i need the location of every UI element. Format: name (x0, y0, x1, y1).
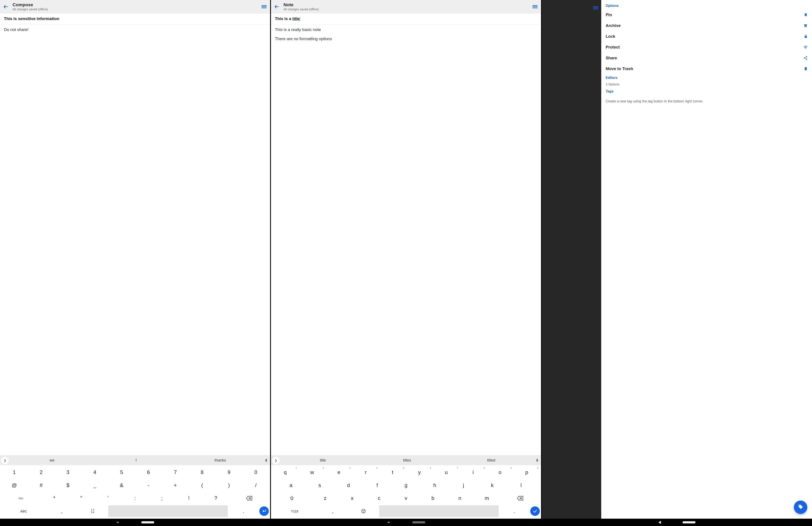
key[interactable]: n (447, 492, 473, 504)
key-numpad[interactable]: 1 23 4 (78, 505, 107, 517)
key[interactable]: 5 (109, 466, 135, 478)
option-lock[interactable]: Lock (601, 31, 812, 42)
option-archive[interactable]: Archive (601, 20, 812, 31)
note-title[interactable]: This is a title (271, 13, 541, 24)
suggestion[interactable]: title (281, 458, 365, 463)
suggestion[interactable]: titled (449, 458, 533, 463)
shift-key[interactable] (272, 492, 311, 504)
key[interactable]: ) (216, 479, 242, 491)
key[interactable]: 7 (162, 466, 188, 478)
key[interactable]: p0 (514, 466, 540, 478)
key[interactable]: $ (55, 479, 81, 491)
tags-section-label[interactable]: Tags (601, 88, 812, 95)
key[interactable]: b (420, 492, 446, 504)
key[interactable]: c (366, 492, 392, 504)
nav-home-pill[interactable] (683, 521, 696, 523)
hamburger-menu-icon[interactable] (261, 4, 267, 10)
key[interactable]: 9 (216, 466, 242, 478)
backspace-key[interactable] (230, 492, 269, 504)
key[interactable]: j (450, 479, 477, 491)
nav-home-pill[interactable] (141, 521, 154, 523)
option-protect[interactable]: Protect (601, 42, 812, 52)
key[interactable]: v (393, 492, 419, 504)
key[interactable]: + (162, 479, 188, 491)
key[interactable]: _ (82, 479, 108, 491)
key-more-symbols[interactable]: =\< (1, 492, 40, 504)
spacebar[interactable] (108, 505, 228, 517)
nav-back-icon[interactable] (658, 521, 661, 524)
key[interactable]: r4 (353, 466, 379, 478)
key[interactable]: u7 (433, 466, 459, 478)
back-button[interactable] (274, 4, 279, 10)
key[interactable]: 1 (1, 466, 27, 478)
key[interactable]: ' (95, 492, 121, 504)
suggestion[interactable]: thanks (178, 458, 262, 463)
key[interactable]: ? (203, 492, 229, 504)
key[interactable]: / (243, 479, 269, 491)
key[interactable]: 2 (28, 466, 54, 478)
key[interactable]: i8 (460, 466, 486, 478)
mic-icon[interactable] (533, 458, 541, 463)
key[interactable]: s (306, 479, 334, 491)
note-body[interactable]: Do not share! (0, 24, 270, 455)
emoji-key[interactable] (349, 505, 378, 517)
key[interactable]: e3 (326, 466, 352, 478)
suggestion[interactable]: titles (365, 458, 449, 463)
key[interactable]: q1 (272, 466, 298, 478)
done-key[interactable] (530, 506, 540, 516)
option-pin[interactable]: Pin (601, 10, 812, 20)
key[interactable]: ! (176, 492, 202, 504)
key-comma[interactable]: , (318, 505, 348, 517)
suggestion[interactable]: we (10, 458, 94, 463)
key-comma[interactable]: , (47, 505, 77, 517)
key[interactable]: - (135, 479, 161, 491)
editors-section-label[interactable]: Editors (601, 74, 812, 81)
suggestion[interactable]: I (94, 458, 178, 463)
hamburger-menu-icon[interactable] (593, 5, 599, 11)
key[interactable]: o9 (487, 466, 513, 478)
key[interactable]: " (68, 492, 94, 504)
key[interactable]: 4 (82, 466, 108, 478)
key[interactable]: h (421, 479, 449, 491)
key[interactable]: 3 (55, 466, 81, 478)
key[interactable]: z (312, 492, 338, 504)
expand-suggestions-icon[interactable]: ❯ (272, 457, 279, 464)
key-period[interactable]: . (229, 505, 259, 517)
enter-key[interactable] (259, 506, 269, 516)
key[interactable]: # (28, 479, 54, 491)
nav-collapse-icon[interactable] (387, 521, 391, 524)
key[interactable]: g (392, 479, 420, 491)
key[interactable]: * (41, 492, 67, 504)
expand-suggestions-icon[interactable]: ❯ (1, 457, 9, 464)
key[interactable]: t5 (380, 466, 406, 478)
key[interactable]: y6 (406, 466, 432, 478)
key[interactable]: : (122, 492, 148, 504)
option-trash[interactable]: Move to Trash (601, 63, 812, 74)
key-period[interactable]: . (499, 505, 530, 517)
new-tag-fab[interactable] (794, 500, 807, 514)
nav-home-pill[interactable] (412, 521, 425, 523)
mic-icon[interactable] (262, 458, 270, 463)
key[interactable]: ; (149, 492, 175, 504)
note-title[interactable]: This is sensitive information (0, 13, 270, 24)
key[interactable]: @ (1, 479, 27, 491)
key[interactable]: 8 (189, 466, 215, 478)
spacebar[interactable] (379, 505, 498, 517)
key[interactable]: 0 (243, 466, 269, 478)
key[interactable]: f (363, 479, 391, 491)
key[interactable]: k (478, 479, 506, 491)
key[interactable]: 6 (135, 466, 161, 478)
dimmed-backdrop[interactable] (542, 0, 601, 519)
key[interactable]: m (474, 492, 500, 504)
key[interactable]: a (277, 479, 305, 491)
key[interactable]: & (109, 479, 135, 491)
key[interactable]: d (335, 479, 362, 491)
key[interactable]: ( (189, 479, 215, 491)
nav-collapse-icon[interactable] (116, 521, 120, 524)
back-button[interactable] (3, 4, 9, 10)
key-mode-abc[interactable]: ABC (1, 505, 46, 517)
note-body[interactable]: This is a really basic note There are no… (271, 24, 541, 455)
key[interactable]: l (507, 479, 535, 491)
key[interactable]: w2 (299, 466, 325, 478)
backspace-key[interactable] (501, 492, 540, 504)
